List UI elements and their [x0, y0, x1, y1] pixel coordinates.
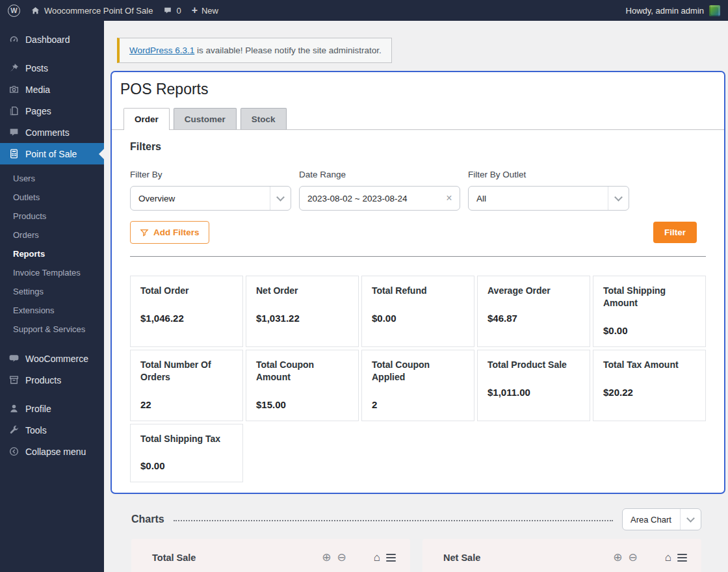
wrench-icon — [8, 424, 20, 436]
stat-card-net-order: Net Order $1,031.22 — [246, 276, 359, 347]
stat-card-total-shipping-amount: Total Shipping Amount $0.00 — [593, 276, 706, 347]
stat-value: $46.87 — [488, 313, 580, 324]
sidebar-subitem-settings[interactable]: Settings — [0, 282, 104, 301]
date-range-label: Date Range — [299, 170, 460, 179]
pos-submenu: Users Outlets Products Orders Reports In… — [0, 164, 104, 348]
site-name-link[interactable]: Woocommerce Point Of Sale — [31, 6, 153, 16]
stat-value: $15.00 — [256, 399, 348, 410]
sidebar-subitem-outlets[interactable]: Outlets — [0, 188, 104, 207]
tab-order[interactable]: Order — [124, 108, 170, 129]
sidebar-item-posts[interactable]: Posts — [0, 57, 104, 79]
chart-home-icon[interactable]: ⌂ — [665, 552, 671, 563]
wordpress-logo[interactable]: W — [8, 5, 20, 17]
sidebar-item-label: Tools — [25, 425, 47, 436]
chart-type-value: Area Chart — [630, 515, 680, 525]
chart-home-icon[interactable]: ⌂ — [374, 552, 380, 563]
stat-card-total-order: Total Order $1,046.22 — [130, 276, 243, 347]
charts-section: Charts Area Chart Total Sale ⊕ ⊖ ⌂ — [110, 508, 725, 572]
stat-value: $1,031.22 — [256, 313, 348, 324]
stat-card-total-tax-amount: Total Tax Amount $20.22 — [593, 350, 706, 421]
chart-title: Net Sale — [443, 552, 480, 563]
wordpress-update-link[interactable]: WordPress 6.3.1 — [129, 46, 194, 55]
filter-button[interactable]: Filter — [653, 222, 697, 243]
add-filters-button[interactable]: Add Filters — [130, 221, 209, 244]
sidebar-item-dashboard[interactable]: Dashboard — [0, 29, 104, 50]
zoom-in-icon[interactable]: ⊕ — [322, 552, 331, 563]
sidebar-item-label: WooCommerce — [25, 354, 88, 364]
divider — [130, 256, 706, 257]
clear-date-icon[interactable]: × — [439, 192, 460, 204]
sidebar-item-label: Point of Sale — [25, 149, 77, 159]
sidebar-item-tools[interactable]: Tools — [0, 419, 104, 441]
calculator-icon — [8, 148, 20, 159]
stat-value: $20.22 — [603, 387, 696, 398]
sidebar-subitem-users[interactable]: Users — [0, 169, 104, 188]
zoom-in-icon[interactable]: ⊕ — [613, 552, 622, 563]
chevron-down-icon — [680, 509, 701, 530]
new-label: New — [202, 6, 218, 16]
admin-bar: W Woocommerce Point Of Sale 0 + New Howd… — [0, 0, 728, 21]
sidebar-item-profile[interactable]: Profile — [0, 398, 104, 419]
sidebar-subitem-invoice-templates[interactable]: Invoice Templates — [0, 263, 104, 282]
chart-title: Total Sale — [152, 552, 196, 563]
sidebar-item-label: Profile — [25, 404, 51, 414]
filter-by-label: Filter By — [130, 170, 291, 179]
add-filters-label: Add Filters — [153, 228, 200, 237]
zoom-out-icon[interactable]: ⊖ — [628, 552, 637, 563]
filter-row: Filter By Overview Date Range 2023-08-02… — [130, 170, 706, 211]
chart-type-select[interactable]: Area Chart — [622, 508, 701, 530]
home-icon — [31, 6, 40, 16]
stat-card-total-refund: Total Refund $0.00 — [361, 276, 474, 347]
pos-reports-panel: POS Reports Order Customer Stock Filters… — [110, 71, 725, 494]
comments-count: 0 — [176, 6, 181, 16]
sidebar-item-collapse-menu[interactable]: Collapse menu — [0, 441, 104, 462]
sidebar-subitem-orders[interactable]: Orders — [0, 226, 104, 244]
stat-value: $0.00 — [603, 325, 696, 336]
plus-icon: + — [192, 5, 198, 16]
sidebar-item-label: Collapse menu — [25, 447, 86, 457]
date-range-value: 2023-08-02 ~ 2023-08-24 — [307, 194, 439, 203]
admin-bar-new-button[interactable]: + New — [192, 5, 218, 16]
outlet-select[interactable]: All — [468, 186, 629, 211]
tab-stock[interactable]: Stock — [240, 108, 287, 129]
stat-value: $0.00 — [140, 460, 233, 471]
filter-by-value: Overview — [138, 194, 270, 203]
sidebar-item-media[interactable]: Media — [0, 79, 104, 100]
date-range-input[interactable]: 2023-08-02 ~ 2023-08-24 × — [299, 186, 460, 211]
stat-value: 2 — [372, 399, 464, 410]
sidebar-subitem-products[interactable]: Products — [0, 207, 104, 226]
dotted-divider — [174, 520, 613, 521]
sidebar-item-point-of-sale[interactable]: Point of Sale — [0, 143, 104, 164]
comment-icon — [8, 127, 20, 138]
wordpress-logo-icon: W — [8, 5, 20, 17]
sidebar-item-pages[interactable]: Pages — [0, 100, 104, 122]
chevron-down-icon — [270, 187, 291, 210]
stat-card-total-product-sale: Total Product Sale $1,011.00 — [477, 350, 590, 421]
stat-value: $0.00 — [372, 313, 464, 324]
sidebar-item-products[interactable]: Products — [0, 369, 104, 391]
report-tabs: Order Customer Stock — [112, 99, 724, 130]
sidebar-subitem-support[interactable]: Support & Services — [0, 320, 104, 339]
tab-customer[interactable]: Customer — [174, 108, 237, 129]
stat-label: Average Order — [488, 285, 580, 297]
stat-label: Total Shipping Tax — [140, 433, 233, 445]
stat-card-total-coupon-amount: Total Coupon Amount $15.00 — [246, 350, 359, 421]
chart-menu-icon[interactable] — [386, 554, 396, 562]
filter-actions: Add Filters Filter — [130, 221, 706, 244]
sidebar-item-woocommerce[interactable]: WooCommerce — [0, 348, 104, 369]
sidebar-item-comments[interactable]: Comments — [0, 122, 104, 143]
stat-label: Total Shipping Amount — [603, 285, 696, 309]
howdy-text[interactable]: Howdy, admin admin — [626, 6, 704, 16]
filter-by-select[interactable]: Overview — [130, 186, 291, 211]
sidebar-subitem-extensions[interactable]: Extensions — [0, 301, 104, 320]
zoom-out-icon[interactable]: ⊖ — [337, 552, 346, 563]
sidebar-subitem-reports[interactable]: Reports — [0, 244, 104, 263]
admin-sidebar: Dashboard Posts Media Pages Comments Poi… — [0, 21, 104, 572]
stat-value: $1,011.00 — [488, 387, 580, 398]
stat-label: Total Refund — [372, 285, 464, 297]
admin-bar-comments[interactable]: 0 — [163, 6, 181, 16]
chart-menu-icon[interactable] — [677, 554, 687, 562]
filters-heading: Filters — [130, 141, 706, 153]
pushpin-icon — [8, 62, 20, 73]
avatar[interactable] — [709, 5, 720, 16]
